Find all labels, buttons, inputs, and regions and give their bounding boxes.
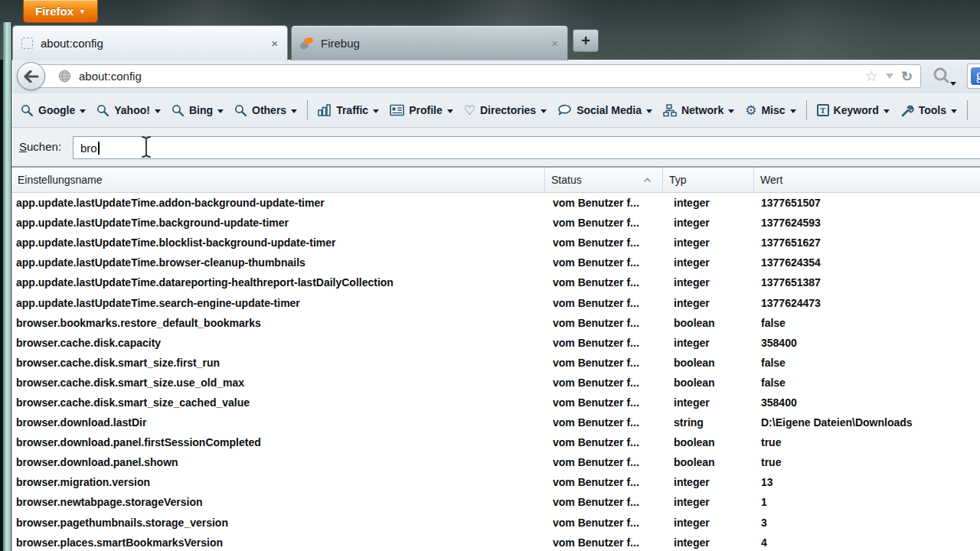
pref-status: vom Benutzer f... xyxy=(545,276,663,289)
pref-type: string xyxy=(663,416,754,429)
chevron-down-icon xyxy=(447,109,453,113)
toolbar-item-label: Directories xyxy=(480,104,536,116)
column-header-status[interactable]: Status xyxy=(545,168,663,192)
tab-about-config[interactable]: about:config × xyxy=(12,25,288,60)
pref-type: integer xyxy=(663,517,754,529)
chevron-down-icon xyxy=(728,109,734,113)
pref-name: browser.newtabpage.storageVersion xyxy=(11,496,545,508)
pref-type: boolean xyxy=(663,377,754,389)
back-button[interactable] xyxy=(17,62,45,90)
globe-icon xyxy=(58,70,71,83)
config-row[interactable]: browser.cache.disk.smart_size.use_old_ma… xyxy=(11,373,980,393)
toolbar-item-yahoo[interactable]: Yahoo! xyxy=(91,100,166,121)
pref-name: app.update.lastUpdateTime.search-engine-… xyxy=(11,297,545,309)
chevron-down-icon xyxy=(155,109,161,113)
pref-value: D:\Eigene Dateien\Downloads xyxy=(754,416,980,429)
pref-status: vom Benutzer f... xyxy=(545,377,663,389)
config-row[interactable]: app.update.lastUpdateTime.background-upd… xyxy=(11,213,980,233)
pref-name: app.update.lastUpdateTime.background-upd… xyxy=(11,217,545,229)
toolbar-item-label: Network xyxy=(681,104,724,116)
google-favicon: g xyxy=(971,67,980,85)
url-bar[interactable]: about:config ☆ ↻ xyxy=(33,64,921,88)
pref-status: vom Benutzer f... xyxy=(545,297,663,309)
toolbar-item-label: Traffic xyxy=(336,104,368,116)
pref-value: 3 xyxy=(754,517,980,529)
config-row[interactable]: app.update.lastUpdateTime.datareporting-… xyxy=(11,272,980,292)
firefox-menu-button[interactable]: Firefox ▼ xyxy=(23,0,98,23)
config-row[interactable]: browser.cache.disk.smart_size_cached_val… xyxy=(11,393,980,412)
config-row[interactable]: browser.pagethumbnails.storage_version v… xyxy=(11,513,980,533)
toolbar-separator xyxy=(307,100,308,120)
toolbar-item-label: Profile xyxy=(409,104,443,116)
toolbar-item-traffic[interactable]: Traffic xyxy=(312,100,384,120)
tab-close-icon[interactable]: × xyxy=(551,37,558,50)
config-row[interactable]: browser.download.panel.firstSessionCompl… xyxy=(11,432,980,452)
reload-icon[interactable]: ↻ xyxy=(901,68,913,85)
pref-value: 1377651387 xyxy=(754,276,980,289)
config-row[interactable]: browser.newtabpage.storageVersion vom Be… xyxy=(11,492,980,512)
bookmarks-toolbar: Google Yahoo! Bing Others Traffic Profil… xyxy=(11,93,980,128)
pref-value: true xyxy=(754,436,980,448)
toolbar-item-label: Keyword xyxy=(834,104,879,116)
config-row[interactable]: browser.cache.disk.smart_size.first_run … xyxy=(11,353,980,373)
new-tab-button[interactable]: + xyxy=(573,29,599,52)
toolbar-item-google[interactable]: Google xyxy=(15,100,91,121)
toolbar-item-bing[interactable]: Bing xyxy=(166,100,229,121)
tab-title: about:config xyxy=(41,37,271,50)
config-row[interactable]: browser.bookmarks.restore_default_bookma… xyxy=(11,313,980,333)
pref-status: vom Benutzer f... xyxy=(545,436,663,448)
toolbar-item-directories[interactable]: ♡ Directories xyxy=(459,100,552,121)
pref-status: vom Benutzer f... xyxy=(545,197,663,209)
star-bookmark-icon[interactable]: ☆ xyxy=(865,69,878,83)
pref-name: browser.places.smartBookmarksVersion xyxy=(11,536,545,549)
url-text[interactable]: about:config xyxy=(79,70,865,83)
tab-close-icon[interactable]: × xyxy=(271,37,278,50)
pref-status: vom Benutzer f... xyxy=(545,496,663,508)
toolbar-item-others[interactable]: Others xyxy=(229,100,302,121)
pref-name: browser.cache.disk.smart_size_cached_val… xyxy=(11,396,545,409)
toolbar-item-label: Tools xyxy=(919,104,946,116)
chevron-down-icon xyxy=(217,109,224,113)
search-engine-icon xyxy=(932,66,952,86)
config-row[interactable]: app.update.lastUpdateTime.search-engine-… xyxy=(11,292,980,312)
urlbar-dropdown-icon[interactable] xyxy=(886,73,893,79)
pref-value: true xyxy=(754,456,980,468)
config-row[interactable]: browser.migration.version vom Benutzer f… xyxy=(11,472,980,492)
web-search-field[interactable]: g xyxy=(967,64,980,89)
toolbar-item-social-media[interactable]: Social Media xyxy=(552,100,658,120)
config-table-header: Einstellungsname Status Typ Wert xyxy=(11,168,980,193)
toolbar-item-keyword[interactable]: T Keyword xyxy=(812,100,895,120)
config-row[interactable]: browser.places.smartBookmarksVersion vom… xyxy=(11,533,980,551)
tab-firebug[interactable]: Firebug × xyxy=(291,25,568,60)
pref-value: 1377624473 xyxy=(754,297,980,309)
config-search-input[interactable]: bro xyxy=(73,136,980,159)
pref-status: vom Benutzer f... xyxy=(545,317,663,329)
pref-type: integer xyxy=(663,297,754,309)
config-row[interactable]: app.update.lastUpdateTime.blocklist-back… xyxy=(11,233,980,253)
config-row[interactable]: browser.download.lastDir vom Benutzer f.… xyxy=(11,412,980,432)
pref-value: 358400 xyxy=(754,396,980,409)
toolbar-item-network[interactable]: Network xyxy=(658,100,740,121)
pref-value: 1377651507 xyxy=(754,197,980,209)
pref-name: app.update.lastUpdateTime.datareporting-… xyxy=(11,276,545,289)
toolbar-item-misc[interactable]: ⚙ Misc xyxy=(740,100,801,121)
toolbar-item-label: Bing xyxy=(189,104,213,116)
toolbar-item-tools[interactable]: Tools xyxy=(895,100,962,121)
pref-value: 4 xyxy=(754,536,980,549)
config-row[interactable]: app.update.lastUpdateTime.browser-cleanu… xyxy=(11,253,980,272)
column-header-type[interactable]: Typ xyxy=(663,168,754,192)
toolbar-item-profile[interactable]: Profile xyxy=(384,100,459,120)
search-engine-selector[interactable] xyxy=(932,66,958,87)
pref-name: browser.download.panel.firstSessionCompl… xyxy=(11,436,545,448)
pref-value: 1377651627 xyxy=(754,236,980,249)
config-row[interactable]: browser.cache.disk.capacity vom Benutzer… xyxy=(11,333,980,353)
pref-type: boolean xyxy=(663,436,754,448)
pref-type: integer xyxy=(663,396,754,409)
config-row[interactable]: browser.download.panel.shown vom Benutze… xyxy=(11,452,980,472)
column-header-name[interactable]: Einstellungsname xyxy=(11,168,545,192)
pref-value: 1377624593 xyxy=(754,217,980,229)
chevron-down-icon xyxy=(80,109,86,113)
config-row[interactable]: app.update.lastUpdateTime.addon-backgrou… xyxy=(11,193,980,213)
column-header-value[interactable]: Wert xyxy=(754,168,980,192)
chevron-down-icon xyxy=(884,109,890,113)
